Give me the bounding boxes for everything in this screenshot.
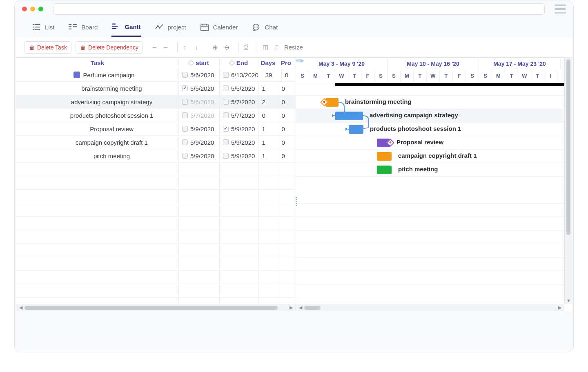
column-layout-icon[interactable]: ▯ <box>273 43 281 52</box>
scroll-thumb[interactable] <box>566 59 570 235</box>
start-checkbox[interactable] <box>182 85 188 91</box>
day-cell: M <box>492 70 505 82</box>
header-days[interactable]: Days <box>258 58 278 68</box>
start-checkbox[interactable] <box>182 112 188 118</box>
tab-list[interactable]: List <box>32 18 54 37</box>
gantt-chart: ◀▶ May 3 - May 9 '20May 10 - May 16 '20M… <box>296 58 572 311</box>
header-task[interactable]: Task <box>16 58 179 68</box>
day-cell: W <box>335 70 348 82</box>
tab-calendar[interactable]: Calender <box>200 18 238 37</box>
start-checkbox[interactable] <box>182 153 188 159</box>
scroll-left-icon[interactable]: ◀ <box>18 305 24 310</box>
scroll-left-icon[interactable]: ◀ <box>298 305 303 310</box>
tab-label: Chat <box>265 24 278 31</box>
week-cell: May 3 - May 9 '20 <box>296 58 388 70</box>
end-checkbox[interactable] <box>223 72 229 78</box>
end-checkbox[interactable] <box>223 126 229 132</box>
toolbar: 🗑 Delete Task 🗑 Delete Dependency ← → ↑ … <box>16 37 572 58</box>
empty-row <box>16 163 296 176</box>
scroll-right-icon[interactable]: ▶ <box>557 305 563 310</box>
menu-icon[interactable] <box>555 4 566 13</box>
table-row[interactable]: pitch meeting 5/9/2020 5/9/202010 <box>16 149 296 163</box>
gantt-row <box>296 231 572 244</box>
header-end[interactable]: End <box>220 58 258 68</box>
empty-row <box>16 284 296 298</box>
empty-row <box>16 230 296 244</box>
timeline-slider[interactable]: ◀▶ <box>296 58 304 63</box>
scroll-thumb[interactable] <box>24 306 278 310</box>
task-name: campaign copyright draft 1 <box>76 139 148 146</box>
arrow-left-icon[interactable]: ← <box>150 43 158 52</box>
day-cell: M <box>309 70 322 82</box>
start-checkbox[interactable] <box>182 99 188 105</box>
start-checkbox[interactable] <box>182 72 188 78</box>
close-icon[interactable] <box>22 7 27 11</box>
end-checkbox[interactable] <box>223 153 229 159</box>
collapse-icon[interactable]: − <box>74 72 80 78</box>
task-name: brainstorming meeting <box>81 85 142 92</box>
empty-row <box>16 257 296 271</box>
end-checkbox[interactable] <box>223 99 229 105</box>
grid-hscroll[interactable]: ◀ ▶ <box>16 304 296 311</box>
end-checkbox[interactable] <box>223 85 229 91</box>
header-start[interactable]: start <box>179 58 220 68</box>
gantt-bar[interactable] <box>377 152 392 161</box>
table-row[interactable]: advertising campaign strategy 5/6/2020 5… <box>16 95 296 109</box>
splitter-handle[interactable] <box>296 197 298 209</box>
gantt-row <box>296 177 572 190</box>
days-cell: 0 <box>258 109 278 122</box>
summary-bar[interactable] <box>335 83 572 86</box>
day-cell: S <box>479 70 492 82</box>
start-checkbox[interactable] <box>182 139 188 145</box>
task-name: products photoshoot session 1 <box>70 112 153 119</box>
minimize-icon[interactable] <box>30 7 35 11</box>
table-row[interactable]: brainstorming meeting 5/5/2020 5/5/20201… <box>16 82 296 95</box>
scroll-thumb[interactable] <box>304 306 321 310</box>
table-row[interactable]: −Perfume campaign 5/6/2020 6/13/2020390 <box>16 68 296 82</box>
gantt-bar[interactable] <box>377 166 392 174</box>
table-row[interactable]: products photoshoot session 1 5/7/2020 5… <box>16 109 296 122</box>
gantt-row: advertising campaign strategy <box>296 109 572 123</box>
arrow-up-icon[interactable]: ↑ <box>181 43 189 52</box>
gantt-bar[interactable] <box>335 112 363 120</box>
gantt-row: Proposal review <box>296 136 572 150</box>
empty-row <box>16 217 296 230</box>
bar-label: pitch meeting <box>398 166 438 173</box>
gantt-row <box>296 217 572 231</box>
tab-gantt[interactable]: Gantt <box>111 18 140 37</box>
gantt-vscroll[interactable]: ▼ <box>564 58 572 304</box>
table-row[interactable]: Proposal review 5/9/2020 5/9/202010 <box>16 122 296 136</box>
start-checkbox[interactable] <box>182 126 188 132</box>
tab-label: Gantt <box>125 23 140 30</box>
end-date: 5/9/2020 <box>231 125 255 132</box>
end-date: 6/13/2020 <box>231 72 258 78</box>
delete-task-button[interactable]: 🗑 Delete Task <box>24 41 71 54</box>
maximize-icon[interactable] <box>38 7 43 11</box>
gantt-bar[interactable] <box>349 125 363 134</box>
day-cell: T <box>505 70 518 82</box>
export-excel-icon[interactable]: ⎙ <box>242 43 250 52</box>
column-layout-icon[interactable]: ◫ <box>261 43 270 52</box>
gantt-row <box>296 285 572 298</box>
progress-cell: 0 <box>278 82 294 95</box>
bar-label: advertising campaign strategy <box>370 112 458 119</box>
tab-board[interactable]: Board <box>68 18 98 37</box>
zoom-in-icon[interactable]: ⊕ <box>212 43 220 52</box>
empty-row <box>16 244 296 257</box>
tab-project[interactable]: project <box>155 18 186 37</box>
end-date: 5/9/2020 <box>231 152 255 159</box>
end-checkbox[interactable] <box>223 112 229 118</box>
arrow-down-icon[interactable]: ↓ <box>192 43 200 52</box>
delete-dependency-button[interactable]: 🗑 Delete Dependency <box>76 41 143 54</box>
bar-label: products photoshoot session 1 <box>370 125 461 132</box>
search-input[interactable] <box>53 3 545 15</box>
header-progress[interactable]: Pro <box>278 58 294 68</box>
table-row[interactable]: campaign copyright draft 1 5/9/2020 5/9/… <box>16 136 296 149</box>
arrow-right-icon[interactable]: → <box>162 43 170 52</box>
end-checkbox[interactable] <box>223 139 229 145</box>
day-cell: S <box>466 70 479 82</box>
scroll-right-icon[interactable]: ▶ <box>288 305 294 310</box>
tab-chat[interactable]: Chat <box>252 18 278 37</box>
gantt-hscroll[interactable]: ◀ ▶ <box>296 304 564 311</box>
zoom-out-icon[interactable]: ⊖ <box>223 43 231 52</box>
